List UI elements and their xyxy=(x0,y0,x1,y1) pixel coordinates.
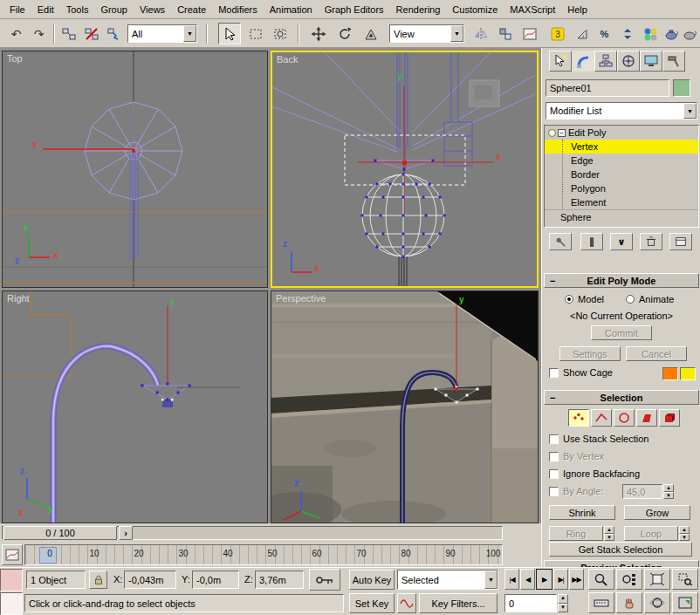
viewport-right[interactable]: Right y z y x xyxy=(2,290,268,523)
selection-lock-icon[interactable] xyxy=(89,571,107,589)
menu-create[interactable]: Create xyxy=(171,2,212,17)
viewport-right-label[interactable]: Right xyxy=(7,293,30,304)
mirror-icon[interactable] xyxy=(470,23,492,44)
pin-stack-icon[interactable] xyxy=(549,233,572,250)
spinner-down-icon[interactable]: ▼ xyxy=(679,534,690,542)
by-angle-field[interactable]: 45,0 xyxy=(622,484,662,499)
collapse-icon[interactable]: − xyxy=(558,129,566,137)
window-crossing-toggle-icon[interactable] xyxy=(269,23,292,44)
cage-color-swatch[interactable] xyxy=(662,367,678,380)
stack-row-vertex[interactable]: Vertex xyxy=(545,140,698,154)
menu-maxscript[interactable]: MAXScript xyxy=(504,2,561,17)
shrink-button[interactable]: Shrink xyxy=(549,505,615,520)
previous-frame-icon[interactable]: ◀ xyxy=(520,569,535,590)
right-view-canvas[interactable] xyxy=(3,291,267,523)
percent-snap-toggle-icon[interactable]: % xyxy=(594,23,615,44)
render-setup-icon[interactable] xyxy=(662,23,681,44)
spinner-up-icon[interactable]: ▲ xyxy=(663,484,674,492)
next-frame-icon[interactable]: ▶| xyxy=(553,569,568,590)
ignore-backfacing-checkbox[interactable]: Ignore Backfacing xyxy=(549,468,640,479)
settings-button[interactable]: Settings xyxy=(559,346,621,361)
vertex-subobject-icon[interactable] xyxy=(568,409,589,427)
snaps-toggle-3d-icon[interactable]: 3 xyxy=(546,23,569,44)
mini-curve-editor-icon[interactable] xyxy=(2,544,23,565)
viewport-back[interactable]: Back y x z x xyxy=(271,51,539,288)
stack-row-polygon[interactable]: Polygon xyxy=(545,181,698,195)
maximize-viewport-toggle-icon[interactable] xyxy=(672,592,698,613)
checkbox-icon[interactable] xyxy=(549,368,559,378)
undo-icon[interactable]: ↶ xyxy=(5,23,27,44)
select-and-move-icon[interactable] xyxy=(307,23,330,44)
key-mode-dropdown[interactable]: Selected ▼ xyxy=(397,570,498,590)
viewport-top-label[interactable]: Top xyxy=(7,53,23,64)
cage-selected-color-swatch[interactable] xyxy=(680,367,696,380)
menu-views[interactable]: Views xyxy=(134,2,171,17)
by-angle-spinner[interactable]: ▲ ▼ xyxy=(663,484,674,499)
edge-subobject-icon[interactable] xyxy=(591,409,612,427)
menu-edit[interactable]: Edit xyxy=(31,2,60,17)
tab-modify-icon[interactable] xyxy=(572,51,594,72)
stack-row-edit-poly[interactable]: − Edit Poly xyxy=(545,126,698,140)
cancel-button[interactable]: Cancel xyxy=(626,346,687,361)
spinner-snap-toggle-icon[interactable] xyxy=(616,23,638,44)
time-slider-handle[interactable]: 0 / 100 xyxy=(3,526,117,540)
menu-file[interactable]: File xyxy=(3,2,31,17)
set-keys-key-icon[interactable] xyxy=(309,569,340,591)
select-object-icon[interactable] xyxy=(218,23,241,44)
render-last-icon[interactable] xyxy=(681,23,698,44)
menu-customize[interactable]: Customize xyxy=(446,2,504,17)
dropdown-arrow-icon[interactable]: ▼ xyxy=(183,25,196,42)
radio-icon[interactable] xyxy=(565,295,573,304)
material-editor-icon[interactable] xyxy=(639,23,661,44)
dropdown-arrow-icon[interactable]: ▼ xyxy=(450,25,463,42)
zoom-icon[interactable] xyxy=(588,569,614,590)
reference-coordinate-dropdown[interactable]: View ▼ xyxy=(389,24,464,43)
key-filters-button[interactable]: Key Filters... xyxy=(419,593,498,613)
dropdown-arrow-icon[interactable]: ▼ xyxy=(683,103,697,119)
model-radio[interactable]: Model xyxy=(565,294,604,304)
tab-hierarchy-icon[interactable] xyxy=(594,51,617,72)
redo-icon[interactable]: ↷ xyxy=(28,23,50,44)
stack-row-element[interactable]: Element xyxy=(545,195,698,209)
rollout-preview-selection[interactable]: − Preview Selection xyxy=(544,560,699,567)
dropdown-arrow-icon[interactable]: ▼ xyxy=(484,571,498,589)
spinner-down-icon[interactable]: ▼ xyxy=(663,492,674,500)
stack-row-edge[interactable]: Edge xyxy=(545,154,698,167)
go-to-end-icon[interactable]: ▶▶ xyxy=(569,569,584,590)
border-subobject-icon[interactable] xyxy=(614,409,635,427)
checkbox-icon[interactable] xyxy=(549,434,559,444)
spinner-down-icon[interactable]: ▼ xyxy=(558,604,568,613)
grow-button[interactable]: Grow xyxy=(624,505,690,520)
perspective-view-canvas[interactable] xyxy=(271,291,538,523)
menu-modifiers[interactable]: Modifiers xyxy=(212,2,264,17)
get-stack-selection-button[interactable]: Get Stack Selection xyxy=(549,542,692,557)
stack-row-border[interactable]: Border xyxy=(545,167,698,181)
by-vertex-checkbox[interactable]: By Vertex xyxy=(549,451,604,461)
animate-radio[interactable]: Animate xyxy=(626,294,674,304)
by-angle-checkbox[interactable]: By Angle: xyxy=(549,486,603,496)
top-view-canvas[interactable] xyxy=(3,51,267,287)
frame-spinner[interactable]: ▲ ▼ xyxy=(558,594,568,612)
spinner-up-icon[interactable]: ▲ xyxy=(679,526,690,534)
go-to-start-icon[interactable]: |◀ xyxy=(504,569,519,590)
radio-icon[interactable] xyxy=(626,295,635,304)
spinner-down-icon[interactable]: ▼ xyxy=(604,534,614,542)
object-color-swatch[interactable] xyxy=(673,79,690,97)
rollout-selection[interactable]: − Selection xyxy=(544,390,699,405)
menu-rendering[interactable]: Rendering xyxy=(390,2,447,17)
configure-modifier-sets-icon[interactable] xyxy=(669,233,692,250)
selection-filter-dropdown[interactable]: All ▼ xyxy=(127,24,197,43)
z-coordinate-field[interactable]: 3,76m xyxy=(255,571,304,589)
zoom-extents-icon[interactable] xyxy=(644,569,670,590)
loop-spinner[interactable]: ▲ ▼ xyxy=(679,526,690,541)
lamp-arm-wireframe[interactable] xyxy=(53,346,158,523)
viewport-perspective[interactable]: Perspective y z xyxy=(271,290,539,523)
set-key-button[interactable]: Set Key xyxy=(349,593,395,613)
select-and-link-icon[interactable] xyxy=(58,23,79,44)
menu-help[interactable]: Help xyxy=(561,2,594,17)
play-animation-icon[interactable]: ▶ xyxy=(536,569,552,590)
arc-rotate-icon[interactable] xyxy=(644,592,670,613)
visibility-bulb-icon[interactable] xyxy=(548,129,556,137)
zoom-all-icon[interactable] xyxy=(616,569,642,590)
select-and-rotate-icon[interactable] xyxy=(333,23,356,44)
